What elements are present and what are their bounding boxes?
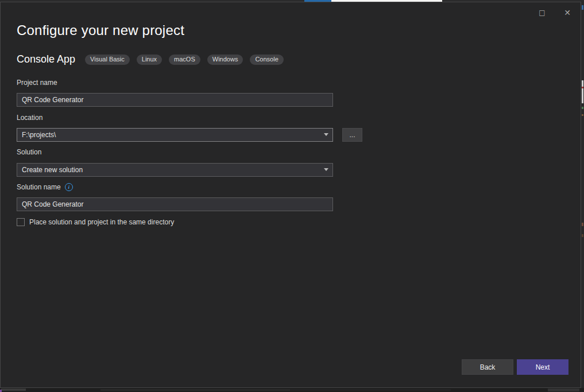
scrollbar-thumb xyxy=(582,80,583,103)
footer-buttons: Back Next xyxy=(462,359,568,375)
scrollbar-mark xyxy=(582,234,583,237)
solution-value: Create new solution xyxy=(22,166,83,174)
close-icon[interactable]: ✕ xyxy=(559,6,576,20)
project-name-label: Project name xyxy=(17,79,57,87)
browse-button[interactable]: ... xyxy=(342,128,362,142)
next-button[interactable]: Next xyxy=(517,359,568,375)
chevron-down-icon[interactable] xyxy=(324,133,328,136)
scrollbar-mark xyxy=(582,223,583,226)
screen: □ ✕ Configure your new project Console A… xyxy=(0,0,584,392)
solution-name-label: Solution name xyxy=(17,183,61,191)
scrollbar-mark xyxy=(582,114,583,116)
tag-visual-basic: Visual Basic xyxy=(85,55,130,65)
info-icon[interactable]: i xyxy=(65,183,73,191)
same-directory-label[interactable]: Place solution and project in the same d… xyxy=(29,218,174,226)
location-combobox[interactable]: F:\projects\ xyxy=(17,128,333,142)
configure-project-dialog: □ ✕ Configure your new project Console A… xyxy=(0,2,581,388)
statusbar-segment xyxy=(100,389,290,391)
maximize-icon[interactable]: □ xyxy=(533,6,551,20)
template-tag-list: Visual Basic Linux macOS Windows Console xyxy=(85,55,284,65)
solution-name-input[interactable] xyxy=(17,197,333,211)
chevron-down-icon[interactable] xyxy=(324,168,328,171)
statusbar-segment xyxy=(548,389,579,391)
template-row: Console App Visual Basic Linux macOS Win… xyxy=(17,53,284,65)
tag-macos: macOS xyxy=(169,55,200,65)
tag-windows: Windows xyxy=(207,55,243,65)
page-title: Configure your new project xyxy=(17,22,184,38)
scrollbar-mark xyxy=(582,107,583,109)
scrollbar-mark xyxy=(582,87,583,88)
same-directory-row: Place solution and project in the same d… xyxy=(17,218,174,226)
back-button[interactable]: Back xyxy=(462,359,513,375)
statusbar-segment xyxy=(290,389,451,391)
tag-linux: Linux xyxy=(137,55,162,65)
same-directory-checkbox[interactable] xyxy=(17,218,25,226)
solution-combobox[interactable]: Create new solution xyxy=(17,163,333,177)
background-window-right-strip xyxy=(581,2,584,388)
statusbar-accent xyxy=(0,390,2,392)
template-name: Console App xyxy=(17,53,75,65)
solution-name-label-row: Solution name i xyxy=(17,183,73,191)
tag-console: Console xyxy=(250,55,283,65)
location-value: F:\projects\ xyxy=(22,131,56,139)
solution-label: Solution xyxy=(17,148,41,156)
scrollbar-mark xyxy=(582,5,583,10)
titlebar-buttons: □ ✕ xyxy=(533,6,576,20)
location-label: Location xyxy=(17,114,42,122)
statusbar-segment xyxy=(1,389,26,391)
background-window-bottom-strip xyxy=(0,388,584,392)
project-name-input[interactable] xyxy=(17,93,333,107)
